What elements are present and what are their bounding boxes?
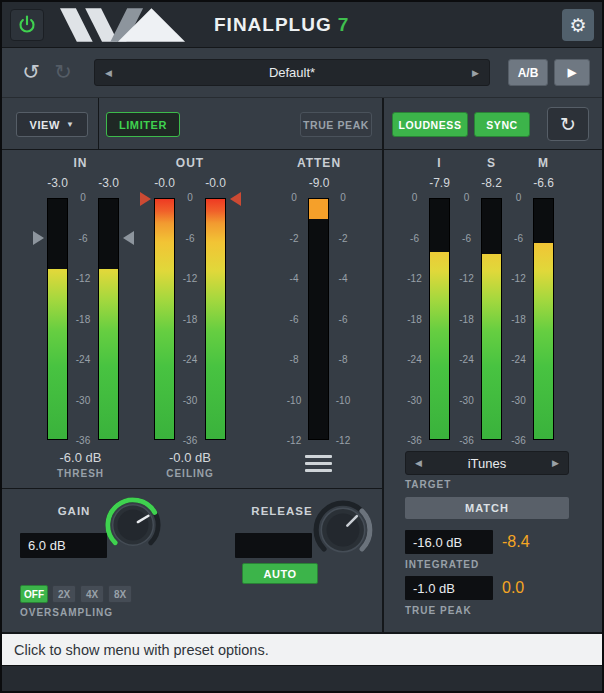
scale-tick: -36 — [459, 435, 473, 446]
scale-tick: 0 — [340, 192, 346, 203]
true-peak-current-value: 0.0 — [502, 576, 524, 600]
in-meter-left-bar — [47, 198, 68, 440]
sync-toggle-button[interactable]: SYNC — [474, 112, 530, 137]
atten-scale-right: 0-2-4-6-8-10-12 — [332, 192, 354, 446]
integrated-label: INTEGRATED — [405, 559, 479, 570]
out-meter-label: OUT — [142, 156, 238, 170]
target-prev-icon[interactable]: ◀ — [415, 458, 422, 468]
main-vertical-divider — [382, 98, 384, 632]
scale-tick: -12 — [511, 273, 525, 284]
loudness-toggle-button[interactable]: LOUDNESS — [392, 112, 468, 137]
shortterm-meter-label: S — [481, 156, 502, 170]
ab-compare-button[interactable]: A/B — [508, 59, 548, 86]
match-button[interactable]: MATCH — [405, 497, 569, 519]
scale-tick: -12 — [76, 273, 90, 284]
threshold-marker-right-icon[interactable] — [123, 231, 134, 245]
preset-next-icon[interactable]: ▶ — [472, 68, 479, 78]
scale-tick: -24 — [407, 354, 421, 365]
toolbar: VIEW ▼ LIMITER TRUE PEAK LOUDNESS SYNC ↻ — [2, 98, 602, 150]
true-peak-label: TRUE PEAK — [405, 605, 472, 616]
toolbar-divider — [98, 98, 99, 150]
scale-tick: -12 — [459, 273, 473, 284]
loudness-reset-button[interactable]: ↻ — [547, 107, 589, 141]
scale-tick: -18 — [459, 314, 473, 325]
hamburger-icon — [305, 455, 332, 458]
auto-release-button[interactable]: AUTO — [242, 563, 318, 584]
target-name: iTunes — [468, 456, 507, 471]
oversampling-8x-button[interactable]: 8X — [108, 585, 132, 603]
integrated-target-field[interactable]: -16.0 dB — [405, 530, 493, 554]
scale-tick: -30 — [76, 395, 90, 406]
out-peak-left: -0.0 — [148, 176, 181, 190]
atten-menu-button[interactable] — [305, 452, 332, 474]
oversampling-2x-button[interactable]: 2X — [52, 585, 76, 603]
preset-prev-icon[interactable]: ◀ — [105, 68, 112, 78]
redo-button[interactable]: ↻ — [48, 58, 78, 86]
oversampling-off-button[interactable]: OFF — [20, 585, 48, 603]
momentary-meter-label: M — [533, 156, 554, 170]
loudness-scale-1: 0-6-12-18-24-30-36 — [402, 192, 427, 446]
wave-arts-logo — [60, 8, 200, 42]
true-peak-target-field[interactable]: -1.0 dB — [405, 576, 493, 600]
loudness-scale-2: 0-6-12-18-24-30-36 — [454, 192, 479, 446]
title-bar: FINALPLUG7 ⚙ — [2, 2, 602, 48]
view-menu-button[interactable]: VIEW ▼ — [16, 112, 88, 137]
plugin-title-main: FINALPLUG — [214, 14, 332, 35]
scale-tick: -36 — [183, 435, 197, 446]
bottom-bar — [2, 665, 602, 691]
atten-scale-left: 0-2-4-6-8-10-12 — [283, 192, 305, 446]
preset-advance-button[interactable]: ▶ — [554, 59, 590, 86]
scale-tick: -30 — [183, 395, 197, 406]
settings-button[interactable]: ⚙ — [562, 9, 594, 41]
threshold-readout[interactable]: -6.0 dB — [17, 450, 144, 465]
scale-tick: -6 — [186, 233, 195, 244]
oversampling-4x-button[interactable]: 4X — [80, 585, 104, 603]
scale-tick: -6 — [339, 314, 348, 325]
ceiling-marker-left-icon[interactable] — [140, 192, 151, 206]
scale-tick: -24 — [76, 354, 90, 365]
preset-name: Default* — [269, 65, 315, 80]
redo-icon: ↻ — [54, 60, 72, 84]
scale-tick: -10 — [336, 395, 350, 406]
atten-meter-bar — [308, 198, 329, 440]
integrated-meter-label: I — [429, 156, 450, 170]
scale-tick: -10 — [287, 395, 301, 406]
scale-tick: -6 — [514, 233, 523, 244]
scale-tick: -4 — [339, 273, 348, 284]
atten-peak-value: -9.0 — [294, 176, 344, 190]
target-next-icon[interactable]: ▶ — [552, 458, 559, 468]
scale-tick: -36 — [76, 435, 90, 446]
in-peak-left: -3.0 — [41, 176, 74, 190]
scale-tick: 0 — [80, 192, 86, 203]
scale-tick: -4 — [290, 273, 299, 284]
plugin-title-version: 7 — [338, 14, 350, 35]
scale-tick: -18 — [183, 314, 197, 325]
power-button[interactable] — [10, 9, 44, 41]
ceiling-label: CEILING — [142, 468, 238, 479]
out-meter-right-bar — [205, 198, 226, 440]
in-meter-scale: 0-6-12-18-24-30-36 — [68, 192, 98, 446]
release-knob[interactable] — [312, 499, 374, 561]
scale-tick: -6 — [410, 233, 419, 244]
finalplug-plugin-window: FINALPLUG7 ⚙ ↺ ↻ ◀ Default* ▶ A/B ▶ VIEW… — [0, 0, 604, 693]
ceiling-readout[interactable]: -0.0 dB — [142, 450, 238, 465]
target-selector[interactable]: ◀ iTunes ▶ — [405, 451, 569, 475]
in-meter-right-bar — [98, 198, 119, 440]
scale-tick: -2 — [339, 233, 348, 244]
preset-selector[interactable]: ◀ Default* ▶ — [94, 59, 490, 86]
true-peak-toggle-button[interactable]: TRUE PEAK — [300, 112, 372, 137]
target-label: TARGET — [405, 479, 451, 490]
controls-divider — [2, 488, 382, 489]
undo-button[interactable]: ↺ — [16, 58, 46, 86]
release-value-field[interactable] — [235, 533, 312, 558]
out-meter-left-bar — [154, 198, 175, 440]
scale-tick: 0 — [291, 192, 297, 203]
momentary-peak-value: -6.6 — [521, 176, 566, 190]
gain-knob[interactable] — [104, 496, 162, 554]
limiter-toggle-button[interactable]: LIMITER — [106, 112, 180, 137]
scale-tick: -12 — [287, 435, 301, 446]
chevron-down-icon: ▼ — [66, 120, 75, 129]
threshold-marker-left-icon[interactable] — [33, 231, 44, 245]
gain-value-field[interactable]: 6.0 dB — [20, 533, 107, 558]
ceiling-marker-right-icon[interactable] — [230, 192, 241, 206]
